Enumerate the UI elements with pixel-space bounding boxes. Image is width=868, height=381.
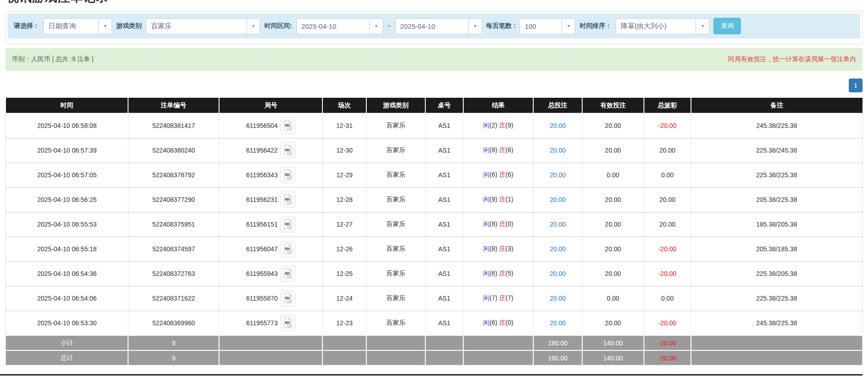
table-no-cell: AS1 [425,311,463,335]
video-replay-button[interactable] [280,191,295,208]
round-number: 611956231 [246,196,278,203]
table-no-cell: AS1 [425,286,463,311]
payout-cell: -20.00 [644,113,691,138]
total-row-empty-cell [463,350,534,365]
table-row: 2025-04-10 06:55:18522408374597611956047… [6,237,863,261]
round-wrap: 611956422 [246,142,295,159]
total-bet-value[interactable]: 20.00 [550,319,566,327]
page-title-clipped: 视讯游戏注单记录 [5,0,863,5]
result-banker-score: (7) [505,294,513,302]
summary-currency-count: 币别：人民币 | 总共 :9 注单 | [12,55,93,64]
total-bet-value[interactable]: 20.00 [550,147,566,154]
game-type-label: 游戏类别 [116,22,142,30]
video-replay-button[interactable] [280,142,295,159]
table-head: 时间注单编号局号场次游戏类别桌号结果总投注有效投注总派彩备注 [6,98,863,113]
video-replay-button[interactable] [280,241,295,257]
total-bet-value[interactable]: 20.00 [550,196,566,203]
session-cell: 12-26 [322,237,366,261]
chevron-down-icon[interactable]: ▼ [370,19,383,34]
subtotal-row-remark [691,335,863,350]
total-bet-value[interactable]: 20.00 [550,221,566,228]
query-type-select[interactable]: 日期查询 ▼ [43,18,112,34]
total-bet-cell: 20.00 [533,237,582,261]
sort-label: 时间排序： [579,22,611,30]
video-replay-button[interactable] [280,315,295,331]
result-banker-score: (9) [505,122,513,129]
session-cell: 12-29 [322,163,366,187]
game-type-select[interactable]: 百家乐 ▼ [146,18,260,34]
result-player-score: (6) [489,171,499,178]
game-type-cell: 百家乐 [366,311,425,335]
column-header: 结果 [463,98,534,113]
page-1-button[interactable]: 1 [849,79,863,92]
result-banker-label: 庄 [499,146,505,153]
video-replay-button[interactable] [280,290,295,307]
remark-cell: 185.38/205.38 [691,212,863,237]
chevron-down-icon[interactable]: ▼ [562,19,575,34]
video-replay-button[interactable] [280,167,295,183]
payout-cell: 20.00 [644,212,691,237]
result-player-score: (6) [489,270,499,277]
result-cell: 闲(2) 庄(9) [463,113,534,138]
table-row: 2025-04-10 06:56:25522408377290611956231… [6,187,863,212]
column-header: 备注 [691,98,863,113]
subtotal-row-count: 9 [128,335,219,350]
subtotal-row-valid-bet: 140.00 [582,335,644,350]
result-banker-score: (6) [505,171,513,178]
summary-note: 同局有效投注，统一计算在该局第一张注单内 [728,55,856,64]
video-replay-icon [283,169,293,180]
total-bet-value[interactable]: 20.00 [550,122,566,129]
bet-id-cell: 522408381417 [128,113,219,138]
chevron-down-icon[interactable]: ▼ [468,19,482,34]
total-bet-value[interactable]: 20.00 [550,270,566,277]
search-button[interactable]: 查询 [713,18,741,34]
session-cell: 12-30 [322,138,366,163]
table-no-cell: AS1 [425,187,463,212]
round-cell: 611956231 [219,187,323,212]
result-banker-score: (5) [505,270,513,277]
game-type-value: 百家乐 [146,19,246,34]
total-row-valid-bet: 140.00 [582,350,644,365]
query-type-value: 日期查询 [44,19,98,34]
result-banker-score: (6) [505,146,513,153]
total-bet-value[interactable]: 20.00 [550,245,566,253]
date-from-select[interactable]: 2025-04-10 ▼ [296,18,383,34]
video-replay-icon [283,292,293,304]
subtotal-row-empty-cell [366,335,425,350]
bet-id-cell: 522408371622 [128,286,219,311]
session-cell: 12-28 [322,187,366,212]
summary-bar: 币别：人民币 | 总共 :9 注单 | 同局有效投注，统一计算在该局第一张注单内 [5,48,863,71]
column-header: 桌号 [425,98,463,113]
video-replay-button[interactable] [280,216,295,233]
video-replay-button[interactable] [280,117,295,134]
total-bet-value[interactable]: 20.00 [550,295,566,302]
round-wrap: 611955870 [246,290,295,307]
total-bet-cell: 20.00 [533,163,582,187]
page-size-select[interactable]: 100 ▼ [520,18,575,34]
time-cell: 2025-04-10 06:53:30 [6,311,129,335]
video-replay-button[interactable] [280,265,295,282]
game-type-cell: 百家乐 [366,286,425,311]
total-bet-value[interactable]: 20.00 [550,171,566,179]
result-cell: 闲(8) 庄(6) [463,138,534,163]
payout-cell: 20.00 [644,187,691,212]
chevron-down-icon[interactable]: ▼ [246,19,260,34]
payout-cell: -20.00 [644,237,691,261]
table-no-cell: AS1 [425,138,463,163]
page-size-value: 100 [520,19,562,34]
chevron-down-icon[interactable]: ▼ [696,19,709,34]
subtotal-row-label: 小计 [6,335,129,350]
remark-cell: 245.38/225.38 [691,113,863,138]
round-wrap: 611955773 [246,315,295,331]
sort-select[interactable]: 降幂(由大到小) ▼ [616,18,709,34]
time-range-label: 时间区间: [264,22,292,30]
chevron-down-icon[interactable]: ▼ [98,19,112,34]
bet-id-cell: 522408374597 [128,237,219,261]
total-row-empty-cell [219,350,323,365]
date-to-select[interactable]: 2025-04-10 ▼ [395,18,482,34]
remark-cell: 245.38/225.38 [691,311,863,335]
result-player-label: 闲 [483,146,489,153]
result-player-label: 闲 [483,220,489,228]
total-row-total-bet: 180.00 [533,350,582,365]
table-no-cell: AS1 [425,237,463,261]
